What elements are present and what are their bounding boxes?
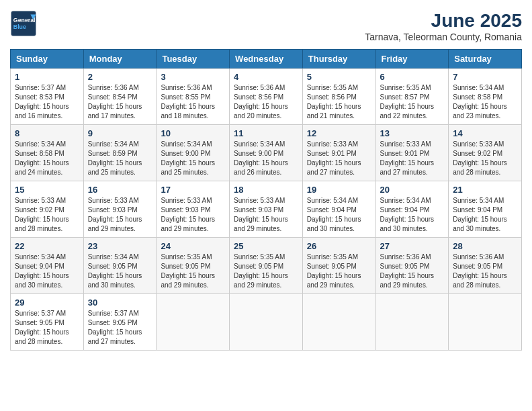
table-cell: 8Sunrise: 5:34 AMSunset: 8:58 PMDaylight… [11, 125, 84, 181]
day-detail: Sunrise: 5:34 AMSunset: 8:58 PMDaylight:… [15, 140, 79, 177]
calendar-week-row: 29Sunrise: 5:37 AMSunset: 9:05 PMDayligh… [11, 294, 522, 351]
table-cell [449, 294, 522, 351]
day-number: 3 [161, 72, 225, 82]
day-number: 2 [88, 72, 152, 82]
logo-icon: General Blue [10, 10, 37, 37]
svg-text:General: General [13, 17, 36, 24]
day-number: 10 [161, 128, 225, 138]
table-cell: 25Sunrise: 5:35 AMSunset: 9:05 PMDayligh… [230, 238, 303, 294]
calendar-week-row: 15Sunrise: 5:33 AMSunset: 9:02 PMDayligh… [11, 181, 522, 238]
calendar-week-row: 1Sunrise: 5:37 AMSunset: 8:53 PMDaylight… [11, 68, 522, 125]
day-number: 4 [234, 72, 298, 82]
calendar-week-row: 8Sunrise: 5:34 AMSunset: 8:58 PMDaylight… [11, 125, 522, 181]
table-cell: 20Sunrise: 5:34 AMSunset: 9:04 PMDayligh… [375, 181, 449, 238]
day-number: 20 [380, 185, 445, 195]
col-monday: Monday [83, 50, 157, 68]
subtitle: Tarnava, Teleorman County, Romania [365, 32, 522, 42]
day-number: 19 [307, 185, 371, 195]
day-number: 25 [234, 241, 298, 251]
day-number: 27 [380, 241, 445, 251]
table-cell: 3Sunrise: 5:36 AMSunset: 8:55 PMDaylight… [157, 68, 230, 125]
day-detail: Sunrise: 5:35 AMSunset: 8:56 PMDaylight:… [307, 83, 371, 121]
day-number: 14 [453, 128, 517, 138]
day-detail: Sunrise: 5:34 AMSunset: 9:04 PMDaylight:… [307, 196, 371, 234]
table-cell: 11Sunrise: 5:34 AMSunset: 9:00 PMDayligh… [230, 125, 303, 181]
day-detail: Sunrise: 5:34 AMSunset: 9:04 PMDaylight:… [453, 196, 517, 234]
day-detail: Sunrise: 5:34 AMSunset: 8:59 PMDaylight:… [88, 140, 152, 177]
calendar-week-row: 22Sunrise: 5:34 AMSunset: 9:04 PMDayligh… [11, 238, 522, 294]
col-sunday: Sunday [11, 50, 84, 68]
day-detail: Sunrise: 5:36 AMSunset: 9:05 PMDaylight:… [453, 253, 517, 290]
table-cell: 15Sunrise: 5:33 AMSunset: 9:02 PMDayligh… [11, 181, 84, 238]
day-number: 18 [234, 185, 298, 195]
day-number: 5 [307, 72, 371, 82]
table-cell: 1Sunrise: 5:37 AMSunset: 8:53 PMDaylight… [11, 68, 84, 125]
calendar-table: Sunday Monday Tuesday Wednesday Thursday… [10, 49, 522, 351]
svg-text:Blue: Blue [13, 24, 26, 30]
day-number: 17 [161, 185, 225, 195]
table-cell [157, 294, 230, 351]
day-number: 1 [15, 72, 79, 82]
day-detail: Sunrise: 5:33 AMSunset: 9:03 PMDaylight:… [88, 196, 152, 234]
table-cell: 23Sunrise: 5:34 AMSunset: 9:05 PMDayligh… [83, 238, 157, 294]
table-cell: 12Sunrise: 5:33 AMSunset: 9:01 PMDayligh… [302, 125, 375, 181]
day-number: 13 [380, 128, 445, 138]
table-cell: 29Sunrise: 5:37 AMSunset: 9:05 PMDayligh… [11, 294, 84, 351]
table-cell: 4Sunrise: 5:36 AMSunset: 8:56 PMDaylight… [230, 68, 303, 125]
logo: General Blue [10, 10, 37, 37]
col-friday: Friday [375, 50, 449, 68]
table-cell: 17Sunrise: 5:33 AMSunset: 9:03 PMDayligh… [157, 181, 230, 238]
day-number: 16 [88, 185, 152, 195]
table-cell: 28Sunrise: 5:36 AMSunset: 9:05 PMDayligh… [449, 238, 522, 294]
day-detail: Sunrise: 5:36 AMSunset: 8:56 PMDaylight:… [234, 83, 298, 121]
day-detail: Sunrise: 5:34 AMSunset: 9:00 PMDaylight:… [161, 140, 225, 177]
day-detail: Sunrise: 5:33 AMSunset: 9:03 PMDaylight:… [161, 196, 225, 234]
table-cell: 7Sunrise: 5:34 AMSunset: 8:58 PMDaylight… [449, 68, 522, 125]
day-number: 26 [307, 241, 371, 251]
day-detail: Sunrise: 5:36 AMSunset: 8:55 PMDaylight:… [161, 83, 225, 121]
day-detail: Sunrise: 5:36 AMSunset: 9:05 PMDaylight:… [380, 253, 445, 290]
table-cell: 22Sunrise: 5:34 AMSunset: 9:04 PMDayligh… [11, 238, 84, 294]
col-tuesday: Tuesday [157, 50, 230, 68]
day-detail: Sunrise: 5:35 AMSunset: 9:05 PMDaylight:… [161, 253, 225, 290]
day-detail: Sunrise: 5:37 AMSunset: 9:05 PMDaylight:… [15, 309, 79, 347]
day-number: 23 [88, 241, 152, 251]
table-cell: 2Sunrise: 5:36 AMSunset: 8:54 PMDaylight… [83, 68, 157, 125]
day-detail: Sunrise: 5:33 AMSunset: 9:02 PMDaylight:… [15, 196, 79, 234]
title-area: June 2025 Tarnava, Teleorman County, Rom… [365, 10, 522, 42]
day-detail: Sunrise: 5:33 AMSunset: 9:03 PMDaylight:… [234, 196, 298, 234]
day-detail: Sunrise: 5:33 AMSunset: 9:02 PMDaylight:… [453, 140, 517, 177]
day-detail: Sunrise: 5:34 AMSunset: 9:05 PMDaylight:… [88, 253, 152, 290]
table-cell [375, 294, 449, 351]
day-number: 9 [88, 128, 152, 138]
day-detail: Sunrise: 5:35 AMSunset: 8:57 PMDaylight:… [380, 83, 445, 121]
header: General Blue June 2025 Tarnava, Teleorma… [10, 10, 522, 42]
table-cell: 19Sunrise: 5:34 AMSunset: 9:04 PMDayligh… [302, 181, 375, 238]
day-number: 28 [453, 241, 517, 251]
table-cell: 30Sunrise: 5:37 AMSunset: 9:05 PMDayligh… [83, 294, 157, 351]
table-cell: 18Sunrise: 5:33 AMSunset: 9:03 PMDayligh… [230, 181, 303, 238]
table-cell: 6Sunrise: 5:35 AMSunset: 8:57 PMDaylight… [375, 68, 449, 125]
day-detail: Sunrise: 5:34 AMSunset: 9:00 PMDaylight:… [234, 140, 298, 177]
table-cell: 21Sunrise: 5:34 AMSunset: 9:04 PMDayligh… [449, 181, 522, 238]
day-number: 8 [15, 128, 79, 138]
table-cell: 24Sunrise: 5:35 AMSunset: 9:05 PMDayligh… [157, 238, 230, 294]
day-detail: Sunrise: 5:37 AMSunset: 8:53 PMDaylight:… [15, 83, 79, 121]
calendar-body: 1Sunrise: 5:37 AMSunset: 8:53 PMDaylight… [11, 68, 522, 351]
day-detail: Sunrise: 5:35 AMSunset: 9:05 PMDaylight:… [234, 253, 298, 290]
main-title: June 2025 [365, 10, 522, 32]
day-detail: Sunrise: 5:37 AMSunset: 9:05 PMDaylight:… [88, 309, 152, 347]
col-wednesday: Wednesday [230, 50, 303, 68]
table-cell: 27Sunrise: 5:36 AMSunset: 9:05 PMDayligh… [375, 238, 449, 294]
day-number: 22 [15, 241, 79, 251]
day-number: 15 [15, 185, 79, 195]
table-cell: 26Sunrise: 5:35 AMSunset: 9:05 PMDayligh… [302, 238, 375, 294]
day-number: 30 [88, 298, 152, 308]
day-detail: Sunrise: 5:33 AMSunset: 9:01 PMDaylight:… [307, 140, 371, 177]
day-detail: Sunrise: 5:35 AMSunset: 9:05 PMDaylight:… [307, 253, 371, 290]
day-detail: Sunrise: 5:33 AMSunset: 9:01 PMDaylight:… [380, 140, 445, 177]
table-cell: 16Sunrise: 5:33 AMSunset: 9:03 PMDayligh… [83, 181, 157, 238]
table-cell: 13Sunrise: 5:33 AMSunset: 9:01 PMDayligh… [375, 125, 449, 181]
table-cell: 14Sunrise: 5:33 AMSunset: 9:02 PMDayligh… [449, 125, 522, 181]
col-saturday: Saturday [449, 50, 522, 68]
